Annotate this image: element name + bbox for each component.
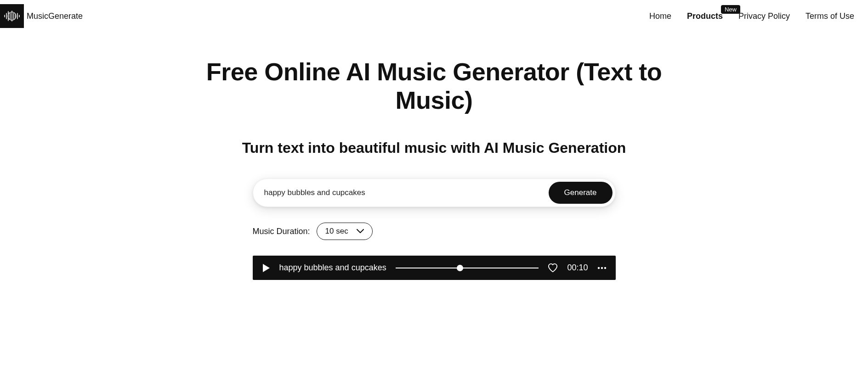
nav-privacy[interactable]: Privacy Policy — [738, 11, 790, 21]
progress-thumb — [457, 265, 463, 271]
duration-select[interactable]: 10 sec — [317, 223, 373, 240]
nav-terms[interactable]: Terms of Use — [806, 11, 854, 21]
chevron-down-icon — [357, 229, 364, 234]
nav-products[interactable]: Products New — [687, 11, 723, 21]
main-nav: Home Products New Privacy Policy Terms o… — [649, 11, 854, 21]
svg-point-10 — [597, 267, 599, 268]
favorite-button[interactable] — [548, 263, 558, 273]
brand-name: MusicGenerate — [27, 11, 83, 21]
nav-products-label: Products — [687, 11, 723, 21]
logo-icon — [0, 4, 24, 28]
generate-button[interactable]: Generate — [549, 182, 613, 204]
progress-track — [396, 268, 539, 268]
page-title: Free Online AI Music Generator (Text to … — [202, 57, 666, 114]
duration-row: Music Duration: 10 sec — [253, 223, 616, 240]
header: MusicGenerate Home Products New Privacy … — [0, 0, 868, 32]
progress-slider[interactable] — [396, 263, 539, 273]
prompt-row: Generate — [253, 179, 616, 207]
svg-point-11 — [601, 267, 602, 268]
audio-player: happy bubbles and cupcakes 00:10 — [253, 256, 616, 280]
new-badge: New — [721, 5, 740, 14]
duration-value: 10 sec — [325, 227, 348, 236]
prompt-input[interactable] — [264, 184, 549, 202]
svg-point-12 — [604, 267, 606, 268]
more-button[interactable] — [597, 267, 607, 269]
nav-home[interactable]: Home — [649, 11, 671, 21]
main-content: Free Online AI Music Generator (Text to … — [193, 57, 675, 280]
track-time: 00:10 — [567, 263, 588, 273]
page-subtitle: Turn text into beautiful music with AI M… — [202, 140, 666, 156]
duration-label: Music Duration: — [253, 227, 310, 236]
track-name: happy bubbles and cupcakes — [279, 263, 386, 273]
play-button[interactable] — [262, 263, 270, 273]
brand[interactable]: MusicGenerate — [0, 4, 83, 28]
